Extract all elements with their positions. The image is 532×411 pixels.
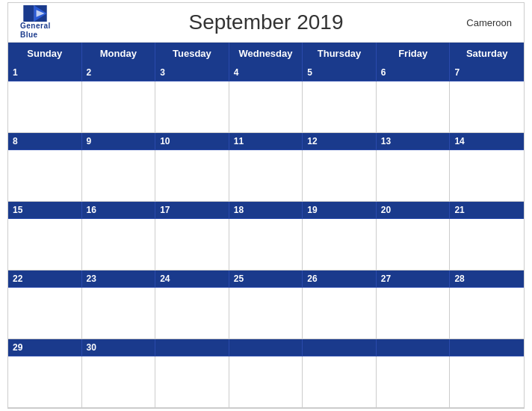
day-headers-row: Sunday Monday Tuesday Wednesday Thursday… bbox=[8, 43, 524, 64]
week-5-numbers: 2930 bbox=[8, 339, 524, 356]
content-cell-empty-6 bbox=[450, 356, 524, 407]
content-cell-27 bbox=[377, 288, 451, 339]
content-cell-10 bbox=[155, 150, 229, 201]
date-num-9: 9 bbox=[82, 133, 156, 149]
date-num-2: 2 bbox=[82, 64, 156, 81]
date-num-empty bbox=[229, 339, 303, 356]
logo-text: General Blue bbox=[20, 22, 51, 40]
date-num-29: 29 bbox=[8, 339, 82, 356]
date-num-16: 16 bbox=[82, 202, 156, 218]
content-cell-24 bbox=[155, 288, 229, 339]
week-4-content bbox=[8, 288, 524, 339]
date-num-30: 30 bbox=[82, 339, 156, 356]
calendar: General Blue September 2019 Cameroon Sun… bbox=[7, 2, 525, 409]
content-cell-1 bbox=[8, 81, 82, 132]
content-cell-20 bbox=[377, 219, 451, 270]
date-num-empty bbox=[303, 339, 377, 356]
content-cell-22 bbox=[8, 288, 82, 339]
header-tuesday: Tuesday bbox=[155, 43, 229, 64]
content-cell-30 bbox=[82, 356, 156, 407]
content-cell-empty-2 bbox=[155, 356, 229, 407]
header-wednesday: Wednesday bbox=[229, 43, 303, 64]
date-num-empty bbox=[155, 339, 229, 356]
content-cell-12 bbox=[303, 150, 377, 201]
date-num-empty bbox=[450, 339, 524, 356]
week-5-content bbox=[8, 356, 524, 408]
date-num-19: 19 bbox=[303, 202, 377, 218]
date-num-14: 14 bbox=[450, 133, 524, 149]
date-num-15: 15 bbox=[8, 202, 82, 218]
content-cell-empty-3 bbox=[229, 356, 303, 407]
week-1-numbers: 1234567 bbox=[8, 64, 524, 81]
content-cell-4 bbox=[229, 81, 303, 132]
week-3-content bbox=[8, 219, 524, 271]
week-4-numbers: 22232425262728 bbox=[8, 271, 524, 288]
week-3-numbers: 15161718192021 bbox=[8, 202, 524, 219]
date-num-4: 4 bbox=[229, 64, 303, 81]
content-cell-29 bbox=[8, 356, 82, 407]
content-cell-13 bbox=[377, 150, 451, 201]
header-sunday: Sunday bbox=[8, 43, 82, 64]
date-num-empty bbox=[377, 339, 451, 356]
calendar-body: 1234567891011121314151617181920212223242… bbox=[8, 64, 524, 408]
content-cell-19 bbox=[303, 219, 377, 270]
date-num-13: 13 bbox=[377, 133, 451, 149]
content-cell-empty-5 bbox=[377, 356, 451, 407]
content-cell-23 bbox=[82, 288, 156, 339]
content-cell-18 bbox=[229, 219, 303, 270]
week-1-content bbox=[8, 81, 524, 133]
content-cell-9 bbox=[82, 150, 156, 201]
content-cell-28 bbox=[450, 288, 524, 339]
content-cell-26 bbox=[303, 288, 377, 339]
content-cell-25 bbox=[229, 288, 303, 339]
content-cell-17 bbox=[155, 219, 229, 270]
content-cell-11 bbox=[229, 150, 303, 201]
date-num-1: 1 bbox=[8, 64, 82, 81]
content-cell-2 bbox=[82, 81, 156, 132]
header-friday: Friday bbox=[377, 43, 451, 64]
content-cell-5 bbox=[303, 81, 377, 132]
date-num-21: 21 bbox=[450, 202, 524, 218]
date-num-3: 3 bbox=[155, 64, 229, 81]
content-cell-8 bbox=[8, 150, 82, 201]
date-num-24: 24 bbox=[155, 271, 229, 287]
content-cell-empty-4 bbox=[303, 356, 377, 407]
content-cell-21 bbox=[450, 219, 524, 270]
country-label: Cameroon bbox=[466, 17, 512, 28]
content-cell-16 bbox=[82, 219, 156, 270]
content-cell-14 bbox=[450, 150, 524, 201]
date-num-5: 5 bbox=[303, 64, 377, 81]
content-cell-15 bbox=[8, 219, 82, 270]
date-num-22: 22 bbox=[8, 271, 82, 287]
date-num-10: 10 bbox=[155, 133, 229, 149]
content-cell-6 bbox=[377, 81, 451, 132]
logo: General Blue bbox=[20, 5, 51, 40]
header-monday: Monday bbox=[82, 43, 156, 64]
date-num-27: 27 bbox=[377, 271, 451, 287]
content-cell-7 bbox=[450, 81, 524, 132]
date-num-6: 6 bbox=[377, 64, 451, 81]
date-num-18: 18 bbox=[229, 202, 303, 218]
date-num-12: 12 bbox=[303, 133, 377, 149]
date-num-25: 25 bbox=[229, 271, 303, 287]
week-2-numbers: 891011121314 bbox=[8, 133, 524, 150]
date-num-26: 26 bbox=[303, 271, 377, 287]
svg-rect-0 bbox=[24, 5, 34, 22]
date-num-20: 20 bbox=[377, 202, 451, 218]
calendar-header: General Blue September 2019 Cameroon bbox=[8, 3, 524, 43]
content-cell-3 bbox=[155, 81, 229, 132]
date-num-28: 28 bbox=[450, 271, 524, 287]
date-num-7: 7 bbox=[450, 64, 524, 81]
calendar-title: September 2019 bbox=[188, 10, 343, 34]
date-num-17: 17 bbox=[155, 202, 229, 218]
header-saturday: Saturday bbox=[450, 43, 524, 64]
week-2-content bbox=[8, 150, 524, 202]
date-num-8: 8 bbox=[8, 133, 82, 149]
header-thursday: Thursday bbox=[303, 43, 377, 64]
date-num-11: 11 bbox=[229, 133, 303, 149]
date-num-23: 23 bbox=[82, 271, 156, 287]
